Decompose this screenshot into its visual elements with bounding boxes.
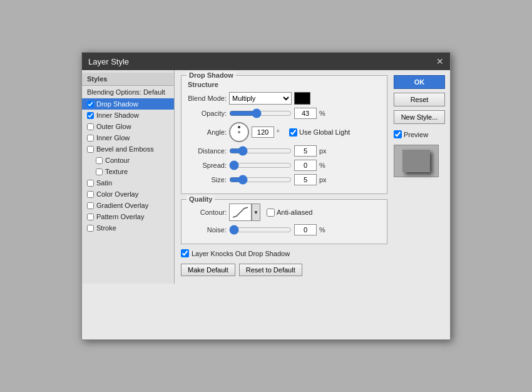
- close-button[interactable]: ✕: [436, 56, 444, 66]
- section-title-drop-shadow: Drop Shadow: [187, 71, 236, 79]
- gradient-overlay-checkbox[interactable]: [87, 202, 94, 209]
- spread-slider[interactable]: [229, 161, 292, 170]
- angle-dial[interactable]: [229, 122, 249, 142]
- anti-aliased-checkbox[interactable]: [267, 209, 275, 217]
- outer-glow-label: Outer Glow: [96, 123, 131, 130]
- angle-unit: °: [277, 128, 287, 136]
- pattern-overlay-label: Pattern Overlay: [96, 213, 144, 220]
- structure-section: Drop Shadow Structure Blend Mode: Multip…: [181, 75, 387, 194]
- title-bar: Layer Style ✕: [82, 53, 450, 70]
- layer-style-dialog: Layer Style ✕ Styles Blending Options: D…: [81, 52, 451, 340]
- sidebar-item-pattern-overlay[interactable]: Pattern Overlay: [82, 211, 174, 222]
- outer-glow-checkbox[interactable]: [87, 123, 94, 130]
- stroke-label: Stroke: [96, 224, 116, 232]
- reset-to-default-button[interactable]: Reset to Default: [239, 264, 302, 276]
- sidebar-item-texture[interactable]: Texture: [82, 166, 174, 177]
- structure-subtitle: Structure: [188, 81, 381, 88]
- opacity-input[interactable]: [294, 108, 317, 119]
- opacity-slider[interactable]: [229, 109, 292, 118]
- distance-row: Distance: px: [188, 145, 381, 157]
- contour-control: ▼ Anti-aliased: [229, 204, 312, 221]
- sidebar-item-color-overlay[interactable]: Color Overlay: [82, 188, 174, 200]
- distance-input[interactable]: [294, 145, 317, 157]
- blending-options-item[interactable]: Blending Options: Default: [82, 86, 174, 98]
- use-global-light-checkbox[interactable]: [289, 128, 297, 137]
- drop-shadow-checkbox[interactable]: [87, 101, 94, 108]
- sidebar-item-drop-shadow[interactable]: Drop Shadow: [82, 98, 174, 110]
- color-overlay-checkbox[interactable]: [87, 191, 94, 198]
- right-buttons-panel: OK Reset New Style... Preview: [394, 70, 450, 284]
- anti-aliased-label[interactable]: Anti-aliased: [267, 209, 312, 217]
- size-slider[interactable]: [229, 175, 292, 184]
- preview-checkbox[interactable]: [394, 130, 402, 138]
- angle-dial-center: [238, 131, 240, 133]
- spread-label: Spread:: [188, 162, 227, 169]
- inner-shadow-checkbox[interactable]: [87, 112, 94, 119]
- use-global-light-label[interactable]: Use Global Light: [289, 128, 350, 137]
- contour-label: Contour: [105, 157, 130, 164]
- contour-preview[interactable]: [229, 204, 252, 221]
- angle-row: Angle: ° Use Global Light: [188, 122, 381, 142]
- angle-dial-indicator: [238, 126, 240, 128]
- size-slider-container: px: [229, 174, 329, 185]
- contour-svg: [232, 206, 249, 219]
- texture-label: Texture: [105, 168, 128, 175]
- bevel-emboss-checkbox[interactable]: [87, 146, 94, 153]
- spread-input[interactable]: [294, 160, 317, 171]
- distance-slider[interactable]: [229, 147, 292, 155]
- texture-checkbox[interactable]: [96, 168, 103, 175]
- inner-glow-label: Inner Glow: [96, 134, 130, 142]
- blend-mode-select[interactable]: Multiply Normal Screen: [229, 92, 292, 105]
- contour-checkbox[interactable]: [96, 157, 103, 164]
- sidebar-item-stroke[interactable]: Stroke: [82, 222, 174, 234]
- contour-row: Contour: ▼ Anti-aliased: [188, 204, 381, 221]
- dialog-title: Layer Style: [88, 57, 129, 66]
- preview-label[interactable]: Preview: [394, 130, 428, 138]
- opacity-label: Opacity:: [188, 110, 227, 117]
- layer-knocks-label: Layer Knocks Out Drop Shadow: [192, 250, 290, 257]
- distance-slider-container: px: [229, 145, 329, 157]
- bottom-buttons: Make Default Reset to Default: [181, 261, 387, 279]
- sidebar-item-inner-glow[interactable]: Inner Glow: [82, 132, 174, 143]
- sidebar-item-contour[interactable]: Contour: [82, 155, 174, 166]
- quality-section: Quality Contour: ▼: [181, 199, 387, 244]
- opacity-unit: %: [319, 110, 329, 117]
- reset-button[interactable]: Reset: [394, 93, 445, 106]
- layer-knocks-row: Layer Knocks Out Drop Shadow: [181, 249, 387, 257]
- noise-slider-container: %: [229, 224, 329, 235]
- pattern-overlay-checkbox[interactable]: [87, 214, 94, 220]
- drop-shadow-label: Drop Shadow: [96, 100, 138, 108]
- angle-area: ° Use Global Light: [229, 122, 350, 142]
- noise-slider[interactable]: [229, 225, 292, 234]
- sidebar-item-bevel-emboss[interactable]: Bevel and Emboss: [82, 143, 174, 155]
- new-style-button[interactable]: New Style...: [394, 110, 445, 124]
- gradient-overlay-label: Gradient Overlay: [96, 202, 148, 209]
- size-label: Size:: [188, 176, 227, 183]
- spread-unit: %: [319, 162, 329, 169]
- shadow-color-swatch[interactable]: [294, 92, 310, 105]
- size-row: Size: px: [188, 174, 381, 185]
- noise-input[interactable]: [294, 224, 317, 235]
- make-default-button[interactable]: Make Default: [181, 264, 235, 276]
- inner-glow-checkbox[interactable]: [87, 135, 94, 142]
- distance-label: Distance:: [188, 147, 227, 155]
- main-area: Drop Shadow Structure Blend Mode: Multip…: [175, 70, 450, 284]
- anti-aliased-text: Anti-aliased: [277, 209, 312, 216]
- left-panel: Styles Blending Options: Default Drop Sh…: [82, 70, 175, 284]
- blending-options-label: Blending Options: Default: [87, 88, 165, 96]
- sidebar-item-inner-shadow[interactable]: Inner Shadow: [82, 110, 174, 121]
- sidebar-item-satin[interactable]: Satin: [82, 177, 174, 188]
- contour-dropdown-button[interactable]: ▼: [252, 204, 260, 221]
- ok-button[interactable]: OK: [394, 75, 445, 89]
- size-input[interactable]: [294, 174, 317, 185]
- preview-box: [394, 145, 439, 177]
- satin-checkbox[interactable]: [87, 180, 94, 187]
- angle-input[interactable]: [252, 126, 274, 138]
- color-overlay-label: Color Overlay: [96, 190, 138, 198]
- sidebar-item-outer-glow[interactable]: Outer Glow: [82, 121, 174, 132]
- satin-label: Satin: [96, 179, 112, 187]
- bevel-emboss-label: Bevel and Emboss: [96, 145, 154, 153]
- stroke-checkbox[interactable]: [87, 225, 94, 232]
- sidebar-item-gradient-overlay[interactable]: Gradient Overlay: [82, 200, 174, 211]
- layer-knocks-checkbox[interactable]: [181, 249, 189, 257]
